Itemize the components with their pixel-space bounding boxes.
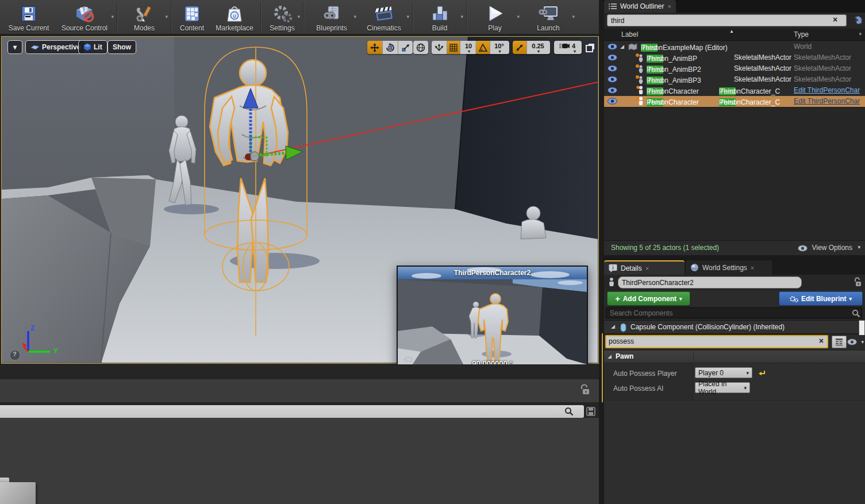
launch-icon [537,4,560,24]
save-current-button[interactable]: Save Current [3,0,54,34]
edit-blueprint-link[interactable]: Edit ThirdPersonChar [794,97,860,105]
reset-to-default-icon[interactable] [758,370,766,376]
launch-button[interactable]: Launch ▾ [521,0,576,34]
actor-label: Person_AnimBP2 [647,66,701,74]
visibility-eye-icon[interactable] [608,54,617,61]
component-tree-row[interactable]: ◢ Capsule Component (CollisionCylinder) … [604,320,865,334]
unreal-editor-window: Save Current Source Control ▾ Modes ▾ Co… [0,0,865,504]
content-button[interactable]: Content [174,0,210,34]
column-header-label[interactable]: Label [621,30,638,39]
scale-tool-button[interactable] [398,41,413,54]
outliner-row-character-selected[interactable]: ThirdPersonCharacter ThirdPersonCharacte… [604,96,865,107]
visibility-eye-icon[interactable] [608,98,617,105]
expand-caret-icon[interactable]: ◢ [620,44,624,49]
dropdown-caret-icon[interactable]: ▾ [111,14,114,20]
scale-snap-value-button[interactable]: 0.25▾ [527,41,550,54]
dropdown-caret-icon[interactable]: ▾ [297,14,300,20]
dropdown-caret-icon[interactable]: ▾ [353,14,356,20]
build-button[interactable]: Build ▾ [415,0,464,34]
caret-down-icon[interactable]: ▾ [861,339,864,345]
outliner-row-actor[interactable]: ThirdPerson_AnimBP3 SkeletalMeshActor Sk… [604,74,865,85]
rotation-snap-value-button[interactable]: 10°▾ [490,41,509,54]
expand-caret-icon[interactable]: ◢ [611,324,615,329]
grid-snap-toggle-button[interactable] [447,41,460,54]
property-filter-input[interactable] [608,336,809,346]
build-icon [430,4,449,24]
dropdown-caret-icon[interactable]: ▾ [460,14,463,20]
level-viewport[interactable]: Z Y ? ▾ Perspective Lit Show 10▾ [1,36,599,364]
auto-possess-player-dropdown[interactable]: Player 0 ▾ [695,367,752,378]
help-icon[interactable]: ? [13,351,17,357]
caret-down-icon: ▾ [679,296,682,302]
rotate-tool-button[interactable] [383,41,398,54]
caret-down-icon: ▾ [498,49,501,54]
view-options-button[interactable]: View Options [812,244,852,252]
edit-blueprint-link[interactable]: Edit ThirdPersonChar [794,86,860,94]
dropdown-caret-icon[interactable]: ▾ [406,14,409,20]
outliner-row-map[interactable]: ◢ ThirdPersonExampleMap (Editor) World [604,41,865,52]
outliner-row-actor[interactable]: ThirdPerson_AnimBP SkeletalMeshActor Ske… [604,52,865,63]
content-browser-assets: rdPersonBP [0,418,600,504]
visibility-eye-icon[interactable] [608,65,617,72]
cinematics-button[interactable]: Cinematics ▾ [357,0,410,34]
category-header-pawn[interactable]: ◢ Pawn [604,351,865,363]
auto-possess-ai-dropdown[interactable]: Placed in World ▾ [695,382,750,393]
clear-filter-icon[interactable]: × [819,336,824,345]
visibility-eye-icon[interactable] [608,87,617,94]
dropdown-caret-icon[interactable]: ▾ [517,14,520,20]
viewport-options-dropdown[interactable]: ▾ [7,40,22,54]
actor-name-input[interactable] [618,276,802,288]
skeletal-mesh-actor-icon [635,64,644,73]
close-tab-icon[interactable]: × [667,3,671,10]
type-filter-icon[interactable]: ▾ [859,31,862,37]
marketplace-button[interactable]: u Marketplace [210,0,259,34]
property-matrix-button[interactable] [832,336,847,348]
show-menu-button[interactable]: Show [107,40,136,54]
pane-divider[interactable] [599,0,604,504]
column-header-type[interactable]: Type [794,30,809,39]
source-control-button[interactable]: Source Control ▾ [54,0,115,34]
visibility-eye-icon[interactable] [608,76,617,83]
add-component-button[interactable]: + Add Component ▾ [607,291,690,306]
rotation-snap-toggle-button[interactable] [476,41,490,54]
move-tool-button[interactable] [367,41,383,54]
caret-down-icon[interactable]: ▾ [858,244,860,250]
dropdown-caret-icon[interactable]: ▾ [165,14,168,20]
lock-open-icon[interactable] [854,277,862,287]
scale-snap-toggle-button[interactable] [513,41,527,54]
actor-type: World [794,43,812,51]
close-tab-icon[interactable]: × [751,264,754,271]
blueprints-button[interactable]: Blueprints ▾ [306,0,357,34]
perspective-button[interactable]: Perspective [25,40,86,54]
save-filter-icon[interactable] [586,407,595,416]
settings-button[interactable]: Settings ▾ [263,0,301,34]
surface-snap-button[interactable] [432,41,447,54]
tab-world-outliner[interactable]: World Outliner × [604,0,676,13]
outliner-row-actor[interactable]: ThirdPerson_AnimBP2 SkeletalMeshActor Sk… [604,63,865,74]
clear-search-icon[interactable]: × [833,15,837,24]
outliner-search-input[interactable] [607,14,847,26]
outliner-row-character[interactable]: ThirdPersonCharacter ThirdPersonCharacte… [604,85,865,96]
close-tab-icon[interactable]: × [645,265,649,272]
dropdown-caret-icon[interactable]: ▾ [572,14,575,20]
lock-open-icon[interactable] [579,384,590,395]
grid-snap-value-button[interactable]: 10▾ [460,41,478,54]
visibility-eye-icon[interactable] [608,43,617,50]
world-space-toggle-button[interactable] [413,41,428,54]
actor-label: Person_AnimBP [647,55,697,63]
display-filter-eye-icon[interactable] [847,338,857,345]
camera-speed-button[interactable]: 4▾ [554,41,582,54]
content-browser-search-bar[interactable] [0,405,584,418]
lit-mode-button[interactable]: Lit [78,40,107,54]
folder-item[interactable] [0,482,36,504]
edit-blueprint-button[interactable]: Edit Blueprint ▾ [779,291,863,306]
search-components-input[interactable] [606,307,862,318]
maximize-viewport-button[interactable] [585,42,596,53]
modes-button[interactable]: Modes ▾ [120,0,169,34]
play-button[interactable]: Play ▾ [469,0,521,34]
create-actor-icon[interactable] [851,15,862,25]
tab-details[interactable]: i Details × [604,260,685,275]
actor-type: SkeletalMeshActor [794,53,851,61]
toolbar-button-label: Content [180,24,204,32]
tab-world-settings[interactable]: World Settings × [686,260,772,275]
